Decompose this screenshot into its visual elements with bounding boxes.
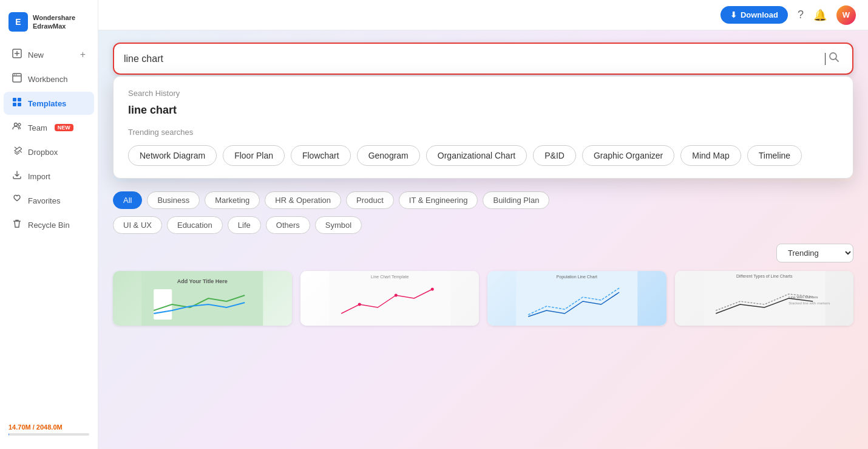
filter-others[interactable]: Others [266,216,310,234]
svg-rect-14 [154,289,172,320]
search-input[interactable] [124,53,824,64]
svg-rect-6 [13,103,16,106]
search-dropdown: Search History line chart Trending searc… [113,76,853,179]
tag-floor-plan[interactable]: Floor Plan [223,145,285,166]
team-icon [12,122,22,134]
template-card-2[interactable]: Line Chart Template [300,271,480,326]
tag-graphic-organizer[interactable]: Graphic Organizer [582,145,674,166]
tag-flowchart[interactable]: Flowchart [291,145,351,166]
new-icon [12,49,22,61]
import-icon [12,170,22,182]
svg-text:Different Types of Line Charts: Different Types of Line Charts [736,274,793,279]
svg-text:Add Your Title Here: Add Your Title Here [177,278,228,284]
sidebar-item-import[interactable]: Import [4,165,94,188]
svg-rect-5 [18,98,21,101]
sidebar-item-dropbox[interactable]: Dropbox [4,140,94,163]
filter-symbol[interactable]: Symbol [315,216,362,234]
team-badge: NEW [55,124,73,131]
tag-organizational-chart[interactable]: Organizational Chart [426,145,527,166]
favorites-icon [12,194,22,207]
tag-paid[interactable]: P&ID [533,145,576,166]
svg-point-17 [358,303,361,306]
sidebar-item-workbench[interactable]: Workbench [4,67,94,91]
trending-section-title: Trending searches [128,128,838,137]
search-box [113,43,853,75]
main-content: ⬇ Download ? 🔔 W Search History [98,0,868,449]
import-label: Import [28,172,50,181]
sort-select[interactable]: Trending Newest Most Popular [776,244,853,262]
favorites-label: Favorites [28,196,60,205]
sidebar-item-favorites[interactable]: Favorites [4,189,94,212]
trending-tags: Network Diagram Floor Plan Flowchart Gen… [128,145,838,166]
template-card-4[interactable]: Different Types of Line Charts Line With… [675,271,854,326]
recycle-bin-label: Recycle Bin [28,221,70,230]
svg-point-3 [16,74,17,75]
search-button[interactable] [826,51,843,66]
filter-row-2: UI & UX Education Life Others Symbol [113,216,853,234]
dropbox-label: Dropbox [28,148,58,157]
download-icon: ⬇ [730,10,737,19]
tag-genogram[interactable]: Genogram [357,145,420,166]
storage-bar [8,433,89,436]
workbench-label: Workbench [28,75,68,84]
filter-hr-operation[interactable]: HR & Operation [265,191,341,209]
app-logo: E Wondershare EdrawMax [0,7,98,43]
svg-text:Population Line Chart: Population Line Chart [557,275,597,279]
history-section-title: Search History [128,89,838,98]
workbench-icon [12,73,22,85]
templates-label: Templates [28,99,66,108]
new-plus-icon[interactable]: + [80,49,86,60]
template-card-1[interactable]: Add Your Title Here [113,271,292,326]
template-thumb-4: Different Types of Line Charts Line With… [675,271,854,326]
svg-point-8 [15,123,18,126]
storage-info: 14.70M / 2048.0M [0,417,98,442]
sort-row: Trending Newest Most Popular [113,244,853,262]
logo-icon: E [8,12,28,32]
help-icon[interactable]: ? [798,9,804,21]
filter-life[interactable]: Life [228,216,261,234]
svg-rect-7 [18,103,21,106]
sidebar-item-recycle-bin[interactable]: Recycle Bin [4,213,94,236]
template-thumb-2: Line Chart Template [300,271,480,326]
svg-rect-4 [13,98,16,101]
svg-point-18 [394,294,397,297]
filter-all[interactable]: All [113,191,142,209]
tag-mind-map[interactable]: Mind Map [680,145,741,166]
download-button[interactable]: ⬇ Download [721,6,788,24]
template-thumb-1: Add Your Title Here [113,271,292,326]
sidebar: E Wondershare EdrawMax New + Workbench [0,0,98,449]
sidebar-item-templates[interactable]: Templates [4,92,94,115]
filter-building-plan[interactable]: Building Plan [483,191,549,209]
notification-icon[interactable]: 🔔 [813,9,827,22]
template-card-3[interactable]: Population Line Chart [487,271,666,326]
new-label: New [28,50,44,60]
filter-education[interactable]: Education [167,216,223,234]
svg-point-9 [18,123,21,126]
tag-network-diagram[interactable]: Network Diagram [128,145,217,166]
filter-business[interactable]: Business [147,191,200,209]
search-container: Search History line chart Trending searc… [113,43,853,75]
history-item[interactable]: line chart [128,104,838,117]
svg-rect-15 [329,271,450,326]
sidebar-item-team[interactable]: Team NEW [4,116,94,139]
svg-point-2 [14,74,15,75]
svg-rect-1 [13,74,21,82]
team-label: Team [28,123,47,132]
filter-it-engineering[interactable]: IT & Engineering [399,191,478,209]
filter-product[interactable]: Product [346,191,394,209]
templates-icon [12,97,22,109]
templates-grid: Add Your Title Here Line Chart Template [113,271,853,326]
svg-text:Line With Markers: Line With Markers [788,295,818,299]
dropbox-icon [12,146,22,158]
app-name: Wondershare EdrawMax [33,13,75,31]
svg-rect-20 [516,271,637,326]
template-thumb-3: Population Line Chart [487,271,666,326]
filter-ui-ux[interactable]: UI & UX [113,216,162,234]
avatar[interactable]: W [836,5,856,25]
filter-marketing[interactable]: Marketing [205,191,260,209]
svg-text:Stacked line with markers: Stacked line with markers [788,301,830,305]
sidebar-item-new[interactable]: New + [4,43,94,66]
top-header: ⬇ Download ? 🔔 W [98,0,868,30]
tag-timeline[interactable]: Timeline [747,145,802,166]
storage-fill [8,433,9,436]
